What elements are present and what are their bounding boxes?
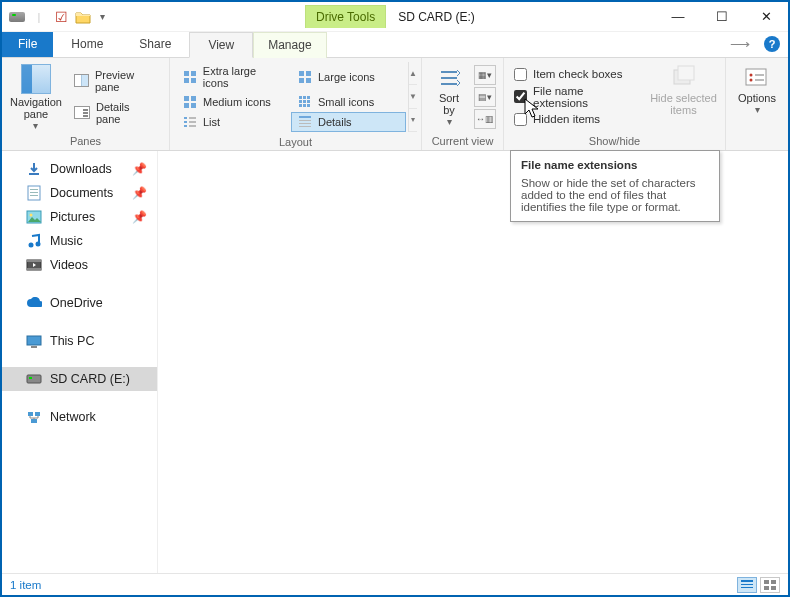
ribbon: Navigation pane ▾ Preview pane Details p… xyxy=(2,58,788,151)
navigation-tree[interactable]: Downloads📌Documents📌Pictures📌MusicVideos… xyxy=(2,151,158,573)
help-icon[interactable]: ? xyxy=(764,36,780,52)
item-check-boxes-checkbox[interactable] xyxy=(514,68,527,81)
svg-rect-48 xyxy=(27,260,41,262)
tree-item-documents[interactable]: Documents📌 xyxy=(2,181,157,205)
hidden-items-checkbox[interactable] xyxy=(514,113,527,126)
svg-rect-57 xyxy=(741,580,753,582)
svg-rect-62 xyxy=(764,586,769,590)
current-view-group: Sort by ▾ ▦▾ ▤▾ ↔▥ Current view xyxy=(422,58,504,150)
view-tab[interactable]: View xyxy=(189,32,253,58)
large-icons-view-toggle[interactable] xyxy=(760,577,780,593)
svg-rect-53 xyxy=(29,377,32,379)
quick-access-toolbar: | ☑ ▾ xyxy=(2,8,115,26)
svg-rect-60 xyxy=(764,580,769,584)
layout-details[interactable]: Details xyxy=(291,112,406,132)
panes-group-label: Panes xyxy=(6,133,165,150)
manage-tab[interactable]: Manage xyxy=(253,32,326,58)
share-tab[interactable]: Share xyxy=(121,32,189,57)
svg-rect-33 xyxy=(746,69,766,85)
tree-item-label: This PC xyxy=(50,334,94,348)
details-view-toggle[interactable] xyxy=(737,577,757,593)
svg-rect-9 xyxy=(191,96,196,101)
pin-icon: 📌 xyxy=(132,186,147,200)
item-check-boxes-toggle[interactable]: Item check boxes xyxy=(514,68,640,81)
hidden-items-toggle[interactable]: Hidden items xyxy=(514,113,640,126)
home-tab[interactable]: Home xyxy=(53,32,121,57)
tree-item-sd-card-e-[interactable]: SD CARD (E:) xyxy=(2,367,157,391)
hide-selected-label: Hide selected items xyxy=(650,92,717,116)
tree-item-music[interactable]: Music xyxy=(2,229,157,253)
tree-item-videos[interactable]: Videos xyxy=(2,253,157,277)
chevron-down-icon: ▾ xyxy=(443,116,456,127)
file-name-extensions-checkbox[interactable] xyxy=(514,90,527,103)
size-columns-button[interactable]: ↔▥ xyxy=(474,109,496,129)
svg-rect-14 xyxy=(307,96,310,99)
layout-list[interactable]: List xyxy=(176,112,291,132)
status-bar: 1 item xyxy=(2,573,788,595)
layout-extra-large[interactable]: Extra large icons xyxy=(176,62,291,92)
group-by-button[interactable]: ▦▾ xyxy=(474,65,496,85)
grid-icon xyxy=(183,70,197,84)
svg-rect-19 xyxy=(303,104,306,107)
svg-point-34 xyxy=(750,74,753,77)
layout-small[interactable]: Small icons xyxy=(291,92,406,112)
chevron-down-icon: ▾ xyxy=(29,120,42,131)
svg-rect-51 xyxy=(31,346,37,348)
svg-rect-20 xyxy=(307,104,310,107)
details-pane-button[interactable]: Details pane xyxy=(74,101,157,125)
tree-item-label: Videos xyxy=(50,258,88,272)
svg-rect-35 xyxy=(755,74,764,76)
svg-rect-59 xyxy=(741,587,753,588)
svg-rect-7 xyxy=(306,78,311,83)
tooltip-body: Show or hide the set of characters added… xyxy=(521,177,709,213)
svg-rect-23 xyxy=(184,121,187,123)
layout-medium[interactable]: Medium icons xyxy=(176,92,291,112)
svg-rect-63 xyxy=(771,586,776,590)
music-icon xyxy=(26,233,42,249)
preview-pane-button[interactable]: Preview pane xyxy=(74,69,157,93)
chevron-down-icon: ▾ xyxy=(751,104,764,115)
qat-customize-icon[interactable]: ▾ xyxy=(96,11,109,22)
layout-group: Extra large icons Large icons Medium ico… xyxy=(170,58,422,150)
tree-item-pictures[interactable]: Pictures📌 xyxy=(2,205,157,229)
svg-rect-56 xyxy=(31,419,37,423)
sort-by-button[interactable]: Sort by ▾ xyxy=(426,60,472,133)
tree-item-onedrive[interactable]: OneDrive xyxy=(2,291,157,315)
add-columns-button[interactable]: ▤▾ xyxy=(474,87,496,107)
layout-large[interactable]: Large icons xyxy=(291,62,406,92)
collapse-ribbon-icon[interactable]: ⟶ xyxy=(724,32,756,57)
layout-gallery-scroll[interactable]: ▲▼▾ xyxy=(408,62,417,132)
pin-icon: 📌 xyxy=(132,210,147,224)
pin-icon: 📌 xyxy=(132,162,147,176)
svg-rect-61 xyxy=(771,580,776,584)
download-icon xyxy=(26,161,42,177)
details-icon xyxy=(298,115,312,129)
svg-rect-55 xyxy=(35,412,40,416)
close-button[interactable]: ✕ xyxy=(744,3,788,31)
svg-rect-49 xyxy=(27,268,41,270)
svg-rect-27 xyxy=(299,116,311,118)
tree-item-network[interactable]: Network xyxy=(2,405,157,429)
properties-icon[interactable]: ☑ xyxy=(52,8,70,26)
minimize-button[interactable]: — xyxy=(656,3,700,31)
preview-pane-label: Preview pane xyxy=(95,69,157,93)
contextual-tab-label: Drive Tools xyxy=(305,5,386,28)
tree-item-downloads[interactable]: Downloads📌 xyxy=(2,157,157,181)
file-name-extensions-toggle[interactable]: File name extensions xyxy=(514,85,640,109)
navigation-pane-button[interactable]: Navigation pane ▾ xyxy=(6,60,66,133)
item-count: 1 item xyxy=(10,579,41,591)
svg-rect-21 xyxy=(184,117,187,119)
onedrive-icon xyxy=(26,295,42,311)
options-button[interactable]: Options ▾ xyxy=(732,60,782,133)
svg-rect-40 xyxy=(30,189,38,190)
ribbon-tabs: File Home Share View Manage ⟶ ? xyxy=(2,32,788,58)
new-folder-icon[interactable] xyxy=(74,8,92,26)
maximize-button[interactable]: ☐ xyxy=(700,3,744,31)
tree-item-this-pc[interactable]: This PC xyxy=(2,329,157,353)
file-tab[interactable]: File xyxy=(2,32,53,57)
document-icon xyxy=(26,185,42,201)
show-hide-group: Item check boxes File name extensions Hi… xyxy=(504,58,726,150)
svg-rect-15 xyxy=(299,100,302,103)
svg-rect-16 xyxy=(303,100,306,103)
sort-by-label: Sort by xyxy=(439,92,459,116)
